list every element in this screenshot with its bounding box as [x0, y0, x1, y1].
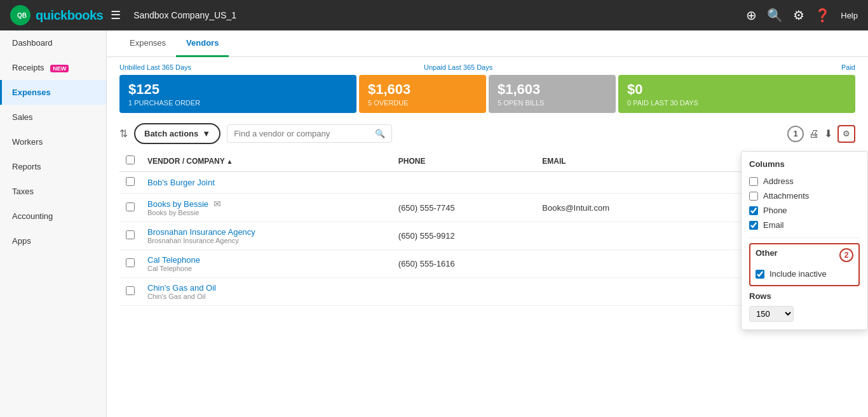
svg-text:QB: QB [17, 12, 27, 19]
help-icon[interactable]: ❓ [815, 8, 831, 23]
unpaid-label: Unpaid Last 365 Days [424, 62, 551, 72]
card-label: 0 PAID LAST 30 DAYS [627, 99, 846, 107]
sidebar-item-workers[interactable]: Workers [0, 129, 106, 154]
include-inactive-label: Include inactive [770, 269, 827, 279]
card-overdue[interactable]: $1,603 5 OVERDUE [359, 75, 486, 113]
panel-item-attachments: Attachments [749, 189, 860, 203]
vendor-cell: Chin's Gas and Oil Chin's Gas and Oil [141, 278, 392, 306]
panel-item-email: Email [749, 218, 860, 232]
vendor-name[interactable]: Books by Bessie ✉ [147, 199, 386, 209]
sidebar-item-receipts[interactable]: Receipts NEW [0, 55, 106, 80]
address-label: Address [763, 176, 794, 186]
row-checkbox[interactable] [126, 258, 135, 267]
select-all-checkbox[interactable] [126, 156, 135, 164]
row-checkbox[interactable] [126, 177, 135, 186]
row-checkbox[interactable] [126, 202, 135, 211]
sort-icon[interactable]: ⇅ [119, 128, 128, 140]
search-icon: 🔍 [375, 129, 385, 138]
vendor-name[interactable]: Bob's Burger Joint [147, 178, 386, 187]
email-column-header: EMAIL [536, 150, 702, 172]
email-cell [536, 278, 702, 306]
card-label: 5 OVERDUE [368, 99, 477, 107]
vendor-cell: Bob's Burger Joint [141, 172, 392, 194]
vendor-cell: Cal Telephone Cal Telephone [141, 250, 392, 278]
phone-cell: (650) 555-7745 [392, 194, 536, 222]
email-label: Email [763, 220, 784, 230]
tab-vendors[interactable]: Vendors [176, 30, 229, 57]
vendor-sub: Books by Bessie [147, 209, 386, 216]
vendor-name[interactable]: Chin's Gas and Oil [147, 283, 386, 293]
rows-select[interactable]: 150 50 100 200 [749, 306, 794, 322]
vendor-sub: Brosnahan Insurance Agency [147, 237, 386, 244]
sidebar-item-reports[interactable]: Reports [0, 154, 106, 179]
gear-button[interactable]: ⚙ [837, 125, 855, 143]
table-section: ⇅ Batch actions ▼ 🔍 1 🖨 ⬇ ⚙ [107, 113, 868, 417]
top-nav: QB quickbooks ☰ Sandbox Company_US_1 ⊕ 🔍… [0, 0, 868, 30]
card-label: 5 OPEN BILLS [498, 99, 607, 107]
batch-actions-label: Batch actions [144, 129, 198, 138]
columns-panel: Columns Address Attachments Phone Email [741, 151, 868, 330]
tab-expenses[interactable]: Expenses [119, 30, 176, 57]
sidebar-item-taxes[interactable]: Taxes [0, 179, 106, 204]
panel-item-include-inactive: Include inactive [756, 267, 853, 281]
phone-label: Phone [763, 206, 787, 215]
include-inactive-checkbox[interactable] [756, 270, 764, 279]
sidebar-item-sales[interactable]: Sales [0, 105, 106, 129]
search-input[interactable] [234, 129, 371, 138]
new-badge: NEW [50, 65, 69, 72]
card-label: 1 PURCHASE ORDER [128, 99, 348, 107]
summary-section: Unbilled Last 365 Days Unpaid Last 365 D… [107, 57, 868, 113]
step2-circle: 2 [839, 248, 853, 262]
add-icon[interactable]: ⊕ [746, 8, 757, 23]
print-icon[interactable]: 🖨 [809, 128, 819, 140]
help-label[interactable]: Help [841, 11, 858, 20]
card-paid[interactable]: $0 0 PAID LAST 30 DAYS [618, 75, 855, 113]
app-layout: Dashboard Receipts NEW Expenses Sales Wo… [0, 30, 868, 417]
other-title: Other [756, 248, 778, 258]
phone-column-header: PHONE [392, 150, 536, 172]
other-section: Other 2 Include inactive [749, 243, 860, 286]
card-amount: $125 [128, 81, 348, 98]
toolbar: ⇅ Batch actions ▼ 🔍 1 🖨 ⬇ ⚙ [119, 113, 855, 150]
vendor-cell: Books by Bessie ✉ Books by Bessie [141, 194, 392, 222]
sidebar-item-expenses[interactable]: Expenses [0, 80, 106, 105]
main-content: Expenses Vendors Unbilled Last 365 Days … [107, 30, 868, 417]
search-icon[interactable]: 🔍 [767, 8, 783, 23]
attachments-checkbox[interactable] [749, 192, 758, 201]
card-purchase-order[interactable]: $125 1 PURCHASE ORDER [119, 75, 356, 113]
sidebar-item-apps[interactable]: Apps [0, 228, 106, 253]
rows-title: Rows [749, 291, 860, 301]
paid-label: Paid [551, 62, 855, 72]
email-checkbox[interactable] [749, 221, 758, 230]
vendor-sub: Chin's Gas and Oil [147, 293, 386, 300]
vendor-name[interactable]: Cal Telephone [147, 255, 386, 265]
card-amount: $1,603 [368, 81, 477, 98]
rows-section: Rows 150 50 100 200 [749, 291, 860, 322]
quickbooks-logo: QB [10, 5, 31, 25]
row-checkbox[interactable] [126, 230, 135, 239]
email-cell [536, 172, 702, 194]
phone-checkbox[interactable] [749, 206, 758, 215]
address-checkbox[interactable] [749, 177, 758, 186]
batch-actions-button[interactable]: Batch actions ▼ [134, 123, 220, 144]
sidebar-item-dashboard[interactable]: Dashboard [0, 30, 106, 55]
vendor-name[interactable]: Brosnahan Insurance Agency [147, 227, 386, 237]
email-cell [536, 222, 702, 250]
nav-right: ⊕ 🔍 ⚙ ❓ Help [746, 8, 858, 23]
company-name: Sandbox Company_US_1 [133, 10, 236, 20]
export-icon[interactable]: ⬇ [824, 128, 832, 140]
phone-cell: (650) 555-1616 [392, 250, 536, 278]
phone-cell [392, 278, 536, 306]
cards-row: $125 1 PURCHASE ORDER $1,603 5 OVERDUE $… [119, 75, 855, 113]
panel-divider [749, 237, 860, 238]
sidebar: Dashboard Receipts NEW Expenses Sales Wo… [0, 30, 107, 417]
row-checkbox[interactable] [126, 286, 135, 295]
dropdown-arrow-icon: ▼ [202, 129, 210, 138]
unbilled-label: Unbilled Last 365 Days [119, 62, 424, 72]
sidebar-item-accounting[interactable]: Accounting [0, 204, 106, 228]
phone-cell [392, 172, 536, 194]
hamburger-icon[interactable]: ☰ [111, 8, 121, 22]
card-open-bills[interactable]: $1,603 5 OPEN BILLS [489, 75, 616, 113]
email-icon: ✉ [214, 199, 221, 209]
settings-icon[interactable]: ⚙ [793, 8, 804, 23]
